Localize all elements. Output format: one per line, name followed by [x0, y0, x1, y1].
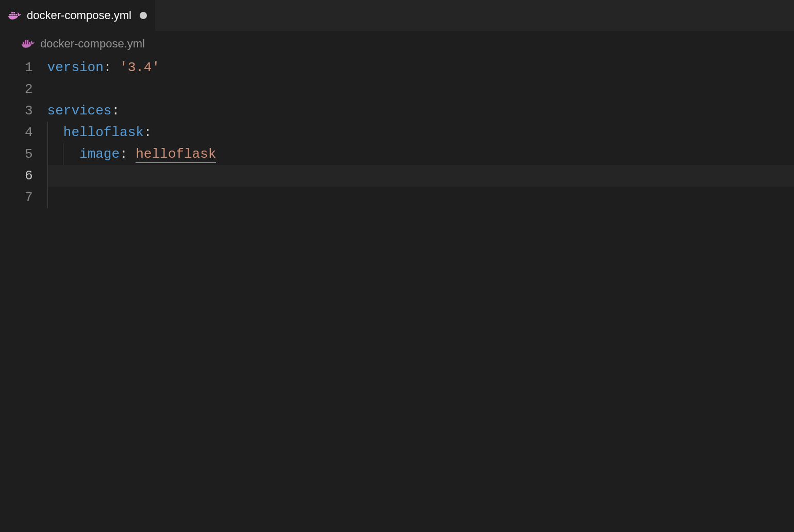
svg-rect-4 — [13, 12, 15, 13]
line-number: 1 — [25, 57, 33, 78]
dirty-indicator-icon[interactable] — [140, 12, 147, 19]
yaml-colon: : — [144, 125, 152, 140]
svg-rect-7 — [25, 42, 26, 44]
yaml-key: version — [47, 60, 104, 75]
svg-rect-3 — [11, 12, 13, 13]
line-number-gutter: 1 2 3 4 5 6 7 — [0, 57, 47, 208]
indent-guide-icon — [63, 143, 63, 165]
yaml-colon: : — [111, 103, 120, 119]
code-line[interactable] — [47, 165, 794, 187]
tab-title: docker-compose.yml — [27, 9, 131, 22]
svg-rect-2 — [13, 14, 15, 15]
code-line[interactable]: helloflask: — [47, 122, 794, 143]
yaml-string: '3.4' — [120, 60, 160, 75]
line-number: 7 — [25, 187, 33, 208]
code-line[interactable] — [47, 78, 794, 100]
tab-bar: docker-compose.yml — [0, 0, 794, 31]
docker-icon — [8, 10, 22, 21]
yaml-key: helloflask — [63, 125, 144, 140]
indent-guide-icon — [47, 187, 48, 208]
indent-guide-icon — [47, 165, 48, 187]
svg-rect-5 — [15, 14, 17, 15]
line-number: 6 — [25, 165, 33, 187]
code-line[interactable]: image: helloflask — [47, 143, 794, 165]
svg-rect-8 — [27, 42, 28, 44]
svg-rect-0 — [9, 14, 11, 15]
line-number: 3 — [25, 100, 33, 122]
indent-guide-icon — [47, 143, 48, 165]
indent-guide-icon — [47, 122, 48, 143]
svg-rect-1 — [11, 14, 13, 15]
svg-rect-11 — [29, 42, 30, 44]
code-line[interactable]: services: — [47, 100, 794, 122]
line-number: 5 — [25, 143, 33, 165]
yaml-value: helloflask — [136, 146, 216, 163]
yaml-colon: : — [120, 146, 128, 162]
line-number: 2 — [25, 78, 33, 100]
docker-icon — [22, 39, 35, 49]
tab-docker-compose[interactable]: docker-compose.yml — [0, 0, 155, 31]
breadcrumb-file: docker-compose.yml — [40, 37, 145, 51]
code-area[interactable]: version: '3.4' services: helloflask: ima… — [47, 57, 794, 208]
yaml-key: image — [79, 146, 120, 162]
code-editor[interactable]: 1 2 3 4 5 6 7 version: '3.4' services: h… — [0, 57, 794, 208]
svg-rect-10 — [27, 40, 28, 42]
yaml-key: services — [47, 103, 112, 119]
breadcrumb[interactable]: docker-compose.yml — [0, 31, 794, 57]
yaml-colon: : — [104, 60, 112, 75]
svg-rect-6 — [23, 42, 24, 44]
svg-rect-9 — [25, 40, 26, 42]
code-line[interactable]: version: '3.4' — [47, 57, 794, 78]
code-line[interactable] — [47, 187, 794, 208]
line-number: 4 — [25, 122, 33, 143]
